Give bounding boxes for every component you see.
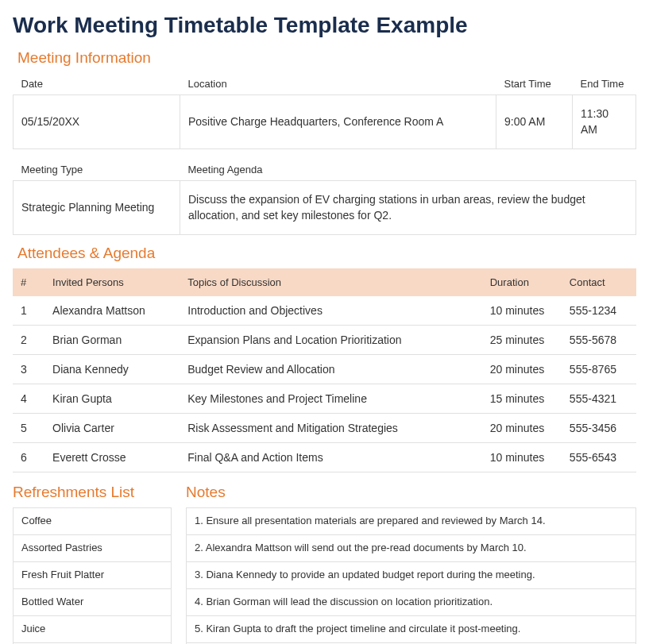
cell-num: 6: [13, 443, 44, 472]
header-contact: Contact: [562, 268, 636, 296]
cell-num: 3: [13, 355, 44, 384]
refreshments-table: CoffeeAssorted PastriesFresh Fruit Platt…: [13, 507, 172, 644]
table-row: 6Everett CrosseFinal Q&A and Action Item…: [13, 443, 636, 472]
list-item: 2. Alexandra Mattson will send out the p…: [187, 535, 636, 562]
list-item: 1. Ensure all presentation materials are…: [187, 508, 636, 535]
cell-num: 2: [13, 326, 44, 355]
value-start-time: 9:00 AM: [496, 95, 573, 149]
section-refreshments: Refreshments List: [13, 484, 172, 501]
note-value: 5. Kiran Gupta to draft the project time…: [187, 615, 636, 642]
header-topics: Topics of Discussion: [180, 268, 481, 296]
cell-person: Alexandra Mattson: [44, 296, 180, 326]
refreshment-value: Fresh Fruit Platter: [14, 562, 172, 589]
cell-person: Everett Crosse: [44, 443, 180, 472]
value-meeting-agenda: Discuss the expansion of EV charging sta…: [180, 181, 636, 235]
cell-contact: 555-3456: [562, 414, 636, 443]
cell-duration: 25 minutes: [482, 326, 562, 355]
table-row: 2Brian GormanExpansion Plans and Locatio…: [13, 326, 636, 355]
header-invited: Invited Persons: [44, 268, 180, 296]
meeting-info-table-2: Meeting Type Meeting Agenda Strategic Pl…: [13, 159, 636, 235]
section-attendees: Attendees & Agenda: [17, 245, 636, 262]
cell-topic: Budget Review and Allocation: [180, 355, 481, 384]
refreshment-value: Bottled Water: [14, 589, 172, 616]
cell-contact: 555-6543: [562, 443, 636, 472]
cell-topic: Final Q&A and Action Items: [180, 443, 481, 472]
page-title: Work Meeting Timetable Template Example: [13, 13, 636, 38]
table-row: 1Alexandra MattsonIntroduction and Objec…: [13, 296, 636, 326]
header-meeting-type: Meeting Type: [14, 159, 180, 181]
list-item: Bottled Water: [14, 589, 172, 616]
list-item: 4. Brian Gorman will lead the discussion…: [187, 589, 636, 616]
cell-topic: Introduction and Objectives: [180, 296, 481, 326]
cell-num: 5: [13, 414, 44, 443]
value-end-time: 11:30 AM: [573, 95, 636, 149]
agenda-table: # Invited Persons Topics of Discussion D…: [13, 268, 636, 472]
list-item: Fresh Fruit Platter: [14, 562, 172, 589]
list-item: 5. Kiran Gupta to draft the project time…: [187, 615, 636, 642]
cell-topic: Risk Assessment and Mitigation Strategie…: [180, 414, 481, 443]
list-item: Assorted Pastries: [14, 535, 172, 562]
cell-contact: 555-5678: [562, 326, 636, 355]
header-start-time: Start Time: [496, 73, 573, 95]
refreshment-value: Assorted Pastries: [14, 535, 172, 562]
cell-num: 1: [13, 296, 44, 326]
table-row: 3Diana KennedyBudget Review and Allocati…: [13, 355, 636, 384]
header-num: #: [13, 268, 44, 296]
note-value: 2. Alexandra Mattson will send out the p…: [187, 535, 636, 562]
header-end-time: End Time: [573, 73, 636, 95]
cell-duration: 20 minutes: [482, 414, 562, 443]
refreshment-value: Juice: [14, 615, 172, 642]
cell-contact: 555-8765: [562, 355, 636, 384]
cell-duration: 20 minutes: [482, 355, 562, 384]
cell-person: Diana Kennedy: [44, 355, 180, 384]
cell-person: Olivia Carter: [44, 414, 180, 443]
cell-duration: 10 minutes: [482, 443, 562, 472]
cell-person: Brian Gorman: [44, 326, 180, 355]
list-item: Coffee: [14, 508, 172, 535]
header-meeting-agenda: Meeting Agenda: [180, 159, 636, 181]
header-location: Location: [180, 73, 496, 95]
table-row: 4Kiran GuptaKey Milestones and Project T…: [13, 384, 636, 414]
table-row: 5Olivia CarterRisk Assessment and Mitiga…: [13, 414, 636, 443]
note-value: 3. Diana Kennedy to provide an updated b…: [187, 562, 636, 589]
section-notes: Notes: [186, 484, 636, 501]
cell-contact: 555-1234: [562, 296, 636, 326]
header-duration: Duration: [482, 268, 562, 296]
cell-duration: 10 minutes: [482, 296, 562, 326]
value-meeting-type: Strategic Planning Meeting: [14, 181, 180, 235]
list-item: Juice: [14, 615, 172, 642]
section-meeting-info: Meeting Information: [17, 49, 636, 67]
cell-topic: Key Milestones and Project Timeline: [180, 384, 481, 414]
note-value: 4. Brian Gorman will lead the discussion…: [187, 589, 636, 616]
cell-person: Kiran Gupta: [44, 384, 180, 414]
cell-topic: Expansion Plans and Location Prioritizat…: [180, 326, 481, 355]
cell-contact: 555-4321: [562, 384, 636, 414]
value-location: Positive Charge Headquarters, Conference…: [180, 95, 496, 149]
refreshment-value: Coffee: [14, 508, 172, 535]
cell-duration: 15 minutes: [482, 384, 562, 414]
list-item: 3. Diana Kennedy to provide an updated b…: [187, 562, 636, 589]
note-value: 1. Ensure all presentation materials are…: [187, 508, 636, 535]
notes-table: 1. Ensure all presentation materials are…: [186, 507, 636, 644]
header-date: Date: [14, 73, 180, 95]
value-date: 05/15/20XX: [14, 95, 180, 149]
meeting-info-table-1: Date Location Start Time End Time 05/15/…: [13, 73, 636, 149]
cell-num: 4: [13, 384, 44, 414]
